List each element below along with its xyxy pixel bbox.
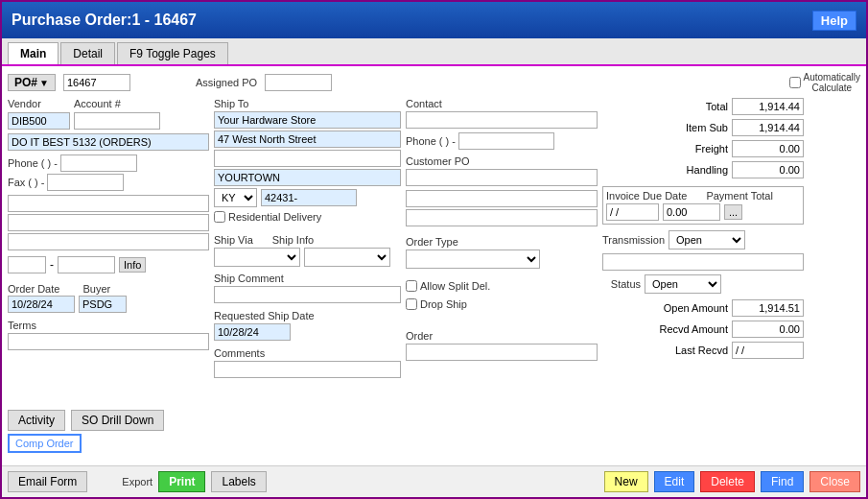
assigned-po-field[interactable]: [265, 74, 332, 91]
contact-extra2[interactable]: [406, 209, 598, 226]
total-field[interactable]: [732, 98, 804, 115]
customer-po-field[interactable]: [406, 169, 598, 186]
comments-section: Comments: [214, 346, 401, 378]
tab-f9[interactable]: F9 Toggle Pages: [117, 42, 228, 64]
comments-label: Comments: [214, 347, 265, 359]
activity-button[interactable]: Activity: [8, 410, 65, 431]
new-button[interactable]: New: [604, 471, 648, 492]
vendor-code3[interactable]: [58, 256, 115, 273]
labels-button[interactable]: Labels: [211, 471, 266, 492]
allow-split-del-label: Allow Split Del.: [420, 280, 490, 292]
edit-button[interactable]: Edit: [654, 471, 695, 492]
phone-parens-vendor: ( ): [41, 157, 51, 169]
transmission-row: Transmission Open: [602, 230, 804, 250]
print-button[interactable]: Print: [158, 471, 205, 492]
delete-button[interactable]: Delete: [700, 471, 755, 492]
order-type-dropdown[interactable]: [406, 250, 540, 269]
residential-delivery-checkbox[interactable]: [214, 211, 225, 223]
handling-label: Handling: [661, 164, 728, 176]
transmission-dropdown[interactable]: Open: [669, 230, 745, 250]
transmission-extra[interactable]: [602, 253, 804, 271]
buyer-field[interactable]: [79, 296, 127, 313]
order-date-field[interactable]: [8, 296, 75, 313]
handling-field[interactable]: [732, 161, 804, 178]
contact-phone-field[interactable]: [458, 132, 554, 150]
status-label: Status: [602, 278, 641, 290]
vendor-name-field[interactable]: [8, 133, 209, 151]
order-section: Order: [406, 329, 598, 361]
split-del-section: Allow Split Del. Drop Ship: [406, 278, 598, 312]
vendor-code2[interactable]: [8, 256, 46, 273]
vendor-code-field[interactable]: [8, 112, 70, 130]
ship-to-address2[interactable]: [214, 150, 401, 167]
ship-to-zip[interactable]: [261, 189, 357, 206]
email-form-button[interactable]: Email Form: [8, 471, 87, 492]
auto-calc-container: AutomaticallyCalculate: [789, 72, 860, 93]
vendor-phone-field[interactable]: [60, 154, 137, 172]
ship-to-state[interactable]: KY: [214, 188, 257, 207]
order-field[interactable]: [406, 344, 598, 361]
find-button[interactable]: Find: [761, 471, 804, 492]
recvd-amount-label: Recvd Amount: [659, 323, 728, 335]
drop-ship-label: Drop Ship: [420, 298, 467, 310]
vendor-extra2[interactable]: [8, 214, 209, 231]
drop-ship-checkbox[interactable]: [406, 298, 417, 310]
tab-detail[interactable]: Detail: [60, 42, 115, 64]
open-amount-field[interactable]: [732, 299, 804, 317]
req-ship-date-field[interactable]: [214, 323, 291, 341]
ship-to-name[interactable]: [214, 111, 401, 129]
info-button[interactable]: Info: [119, 257, 146, 273]
open-amount-label: Open Amount: [661, 302, 728, 314]
auto-calc-checkbox[interactable]: [789, 77, 801, 88]
allow-split-del-checkbox[interactable]: [406, 280, 417, 292]
ship-comment-label: Ship Comment: [214, 273, 401, 284]
ship-info-dropdown[interactable]: [304, 248, 390, 267]
comp-order-button[interactable]: Comp Order: [8, 434, 82, 453]
drill-down-button[interactable]: SO Drill Down: [71, 410, 164, 431]
status-row: Status Open: [602, 274, 804, 294]
contact-extra1[interactable]: [406, 190, 598, 207]
residential-delivery-row: Residential Delivery: [214, 211, 401, 223]
help-button[interactable]: Help: [812, 11, 856, 31]
po-label-box: PO# ▼: [8, 74, 56, 91]
freight-field[interactable]: [732, 140, 804, 157]
status-dropdown[interactable]: Open: [645, 274, 721, 294]
comments-field[interactable]: [214, 361, 401, 378]
contact-field[interactable]: [406, 111, 598, 129]
action-row-1: Activity SO Drill Down: [8, 410, 860, 431]
tab-bar: Main Detail F9 Toggle Pages: [2, 38, 866, 66]
recvd-amount-field[interactable]: [732, 321, 804, 338]
ship-to-address1[interactable]: [214, 131, 401, 148]
po-number-field[interactable]: [63, 74, 130, 91]
invoice-due-date-label: Invoice Due Date: [606, 190, 687, 202]
payment-total-field[interactable]: [663, 203, 720, 221]
total-label: Total: [661, 101, 728, 112]
vendor-extra3[interactable]: [8, 233, 209, 250]
req-ship-date-section: Requested Ship Date: [214, 309, 401, 341]
assigned-po-label: Assigned PO: [196, 77, 257, 88]
po-dropdown-icon[interactable]: ▼: [39, 78, 49, 88]
last-recvd-field[interactable]: [732, 342, 804, 359]
fax-label: Fax: [8, 177, 25, 188]
vendor-extra1[interactable]: [8, 195, 209, 212]
terms-field[interactable]: [8, 333, 209, 350]
ship-via-section: Ship Via Ship Info Ship Comment: [214, 234, 401, 303]
contact-label: Contact: [406, 98, 598, 109]
item-sub-label: Item Sub: [661, 122, 728, 133]
payment-browse-button[interactable]: ...: [724, 204, 742, 220]
main-window: Purchase Order:1 - 16467 Help Main Detai…: [0, 0, 868, 499]
vendor-fax-field[interactable]: [47, 174, 124, 191]
ship-comment-field[interactable]: [214, 286, 401, 303]
ship-via-dropdown[interactable]: [214, 248, 300, 267]
invoice-date-field[interactable]: [606, 203, 659, 221]
tab-main[interactable]: Main: [8, 42, 59, 64]
close-button[interactable]: Close: [809, 471, 860, 492]
account-field[interactable]: [74, 112, 160, 130]
ship-to-city[interactable]: [214, 169, 401, 186]
ship-info-label: Ship Info: [272, 234, 314, 246]
vendor-column: Vendor Account # Phone ( ) - Fax ( ): [8, 98, 209, 405]
item-sub-field[interactable]: [732, 119, 804, 136]
title-bar: Purchase Order:1 - 16467 Help: [2, 2, 866, 38]
window-title: Purchase Order:1 - 16467: [12, 12, 197, 29]
po-label: PO#: [14, 76, 37, 89]
